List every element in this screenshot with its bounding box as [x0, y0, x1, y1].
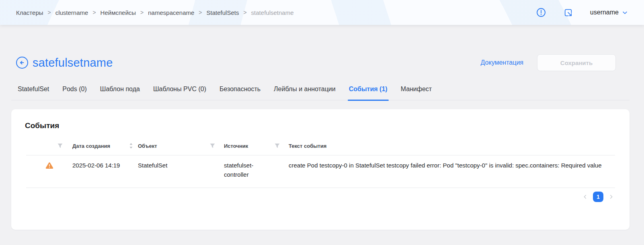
filter-icon[interactable] [275, 143, 280, 148]
column-object-label: Объект [138, 143, 157, 149]
breadcrumb-clustername[interactable]: clustername [55, 9, 88, 16]
events-table: Дата создания Объект Источник [26, 137, 615, 188]
documentation-link[interactable]: Документация [481, 59, 523, 66]
column-source-label: Источник [224, 143, 248, 149]
column-text-label: Текст события [289, 143, 326, 149]
breadcrumb-separator: > [140, 9, 144, 16]
breadcrumb-statefulsets[interactable]: StatefulSets [207, 9, 239, 16]
events-card: События Дата создания Объект [11, 109, 630, 230]
event-source-text: statefulset-controller [224, 161, 269, 180]
tab-statefulset[interactable]: StatefulSet [18, 84, 49, 100]
tab-pod-template[interactable]: Шаблон пода [100, 84, 140, 100]
title-group: satefulsetname [16, 56, 113, 69]
filter-icon[interactable] [57, 143, 63, 148]
breadcrumb: Кластеры > clustername > Неймспейсы > na… [16, 9, 294, 16]
breadcrumb-clusters[interactable]: Кластеры [16, 9, 43, 16]
breadcrumb-separator: > [48, 9, 51, 16]
prev-page-icon[interactable] [581, 193, 589, 201]
user-menu[interactable]: username [590, 9, 628, 16]
pagination: 1 [11, 192, 615, 202]
top-bar: Кластеры > clustername > Неймспейсы > na… [0, 0, 644, 25]
breadcrumb-statefulsetname: statefulsetname [251, 9, 294, 16]
tab-security[interactable]: Безопасность [219, 84, 260, 100]
tab-events[interactable]: События (1) [349, 84, 388, 100]
breadcrumb-separator: > [92, 9, 96, 16]
breadcrumb-namespacename[interactable]: namespacename [148, 9, 194, 16]
event-date-cell: 2025-02-06 14:19 [72, 161, 138, 170]
back-button[interactable] [16, 57, 28, 69]
title-actions: Документация Сохранить [481, 54, 616, 71]
popout-window-icon[interactable] [563, 8, 573, 18]
topbar-actions: username [536, 7, 628, 18]
detail-tabs: StatefulSet Pods (0) Шаблон пода Шаблоны… [11, 84, 630, 100]
username-label: username [590, 9, 619, 16]
warning-icon [45, 162, 53, 169]
events-table-header: Дата создания Объект Источник [26, 137, 615, 155]
tab-pods[interactable]: Pods (0) [62, 84, 86, 100]
event-row: 2025-02-06 14:19 StatefulSet statefulset… [26, 155, 615, 188]
column-source: Источник [224, 143, 289, 149]
breadcrumb-separator: > [243, 9, 246, 16]
column-date-label: Дата создания [72, 143, 110, 149]
event-source-cell: statefulset-controller [224, 161, 289, 180]
breadcrumb-separator: > [199, 9, 202, 16]
events-title: События [11, 109, 630, 130]
page-header: satefulsetname Документация Сохранить [0, 54, 644, 71]
filter-icon[interactable] [210, 143, 215, 148]
page-title: satefulsetname [33, 56, 113, 69]
next-page-icon[interactable] [607, 193, 615, 201]
column-severity [26, 143, 72, 148]
save-button[interactable]: Сохранить [537, 54, 616, 71]
chevron-down-icon [622, 10, 628, 16]
arrow-left-icon [19, 59, 25, 66]
page-number-button[interactable]: 1 [593, 192, 603, 202]
sort-icon[interactable] [129, 143, 133, 149]
alert-info-icon[interactable] [536, 7, 546, 18]
column-object: Объект [138, 143, 224, 149]
tab-manifest[interactable]: Манифест [401, 84, 432, 100]
event-object-cell: StatefulSet [138, 161, 224, 170]
breadcrumb-namespaces[interactable]: Неймспейсы [100, 9, 136, 16]
column-text: Текст события [289, 143, 615, 149]
tab-pvc-templates[interactable]: Шаблоны PVC (0) [153, 84, 206, 100]
column-date: Дата создания [72, 143, 138, 149]
tab-labels-annotations[interactable]: Лейблы и аннотации [274, 84, 336, 100]
event-text-cell: create Pod testcopy-0 in StatefulSet tes… [289, 161, 615, 170]
event-severity-cell [26, 161, 72, 169]
